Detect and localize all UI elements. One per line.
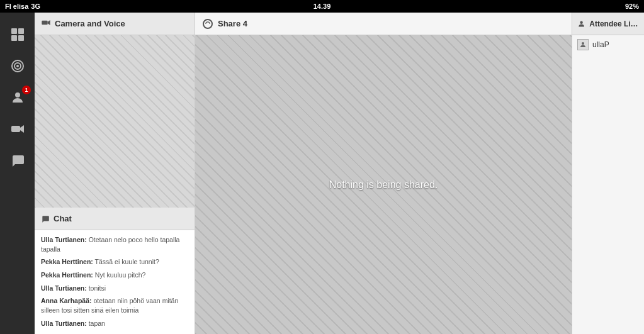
- share-content: Nothing is being shared.: [195, 35, 572, 334]
- grid-icon: [10, 27, 25, 42]
- chat-icon: [10, 153, 25, 168]
- nothing-shared-label: Nothing is being shared.: [329, 179, 438, 191]
- svg-point-10: [580, 21, 582, 23]
- app-container: 1 Camera: [0, 13, 644, 334]
- chat-panel: Chat Ulla Turtianen: Otetaan nelo poco h…: [35, 208, 195, 334]
- icon-sidebar: 1: [0, 13, 35, 334]
- chat-message: Anna Karhapää: otetaan niin pöhö vaan mi…: [41, 296, 188, 315]
- chat-message: Ulla Turtianen: tonitsi: [41, 284, 188, 293]
- svg-point-11: [582, 42, 584, 45]
- svg-point-6: [16, 65, 19, 67]
- camera-voice-header: Camera and Voice: [35, 13, 195, 35]
- attendee-header-icon: [577, 19, 585, 28]
- share-panel: Share 4 Nothing is being shared.: [195, 13, 572, 334]
- svg-rect-8: [11, 126, 20, 132]
- status-left: FI elisa 3G: [5, 3, 40, 10]
- attendee-title: Attendee List (: [589, 19, 639, 28]
- sidebar-item-target[interactable]: [0, 50, 35, 82]
- chat-message: Anna Karhapää: nyt ei tässä tule sinää: [41, 332, 188, 335]
- camera-voice-title: Camera and Voice: [55, 19, 125, 28]
- camera-svg: [41, 18, 51, 28]
- svg-rect-3: [18, 35, 24, 41]
- chat-message: Ulla Turtianen: Otetaan nelo poco hello …: [41, 235, 188, 253]
- message-sender: Anna Karhapää:: [41, 297, 92, 304]
- status-right: 92%: [625, 3, 639, 10]
- message-sender: Pekka Herttinen:: [41, 271, 93, 279]
- battery-label: 92%: [625, 3, 639, 10]
- message-text: Tässä ei kuule tunnit?: [95, 258, 159, 265]
- status-bar: FI elisa 3G 14.39 92%: [0, 0, 644, 13]
- svg-rect-1: [18, 28, 24, 34]
- chat-message: Ulla Turtianen: tapan: [41, 319, 188, 328]
- svg-rect-9: [42, 21, 47, 25]
- sidebar-item-video[interactable]: [0, 113, 35, 145]
- message-text: Nyt kuuluu pitch?: [95, 271, 146, 279]
- message-sender: Pekka Herttinen:: [41, 258, 93, 265]
- target-icon: [10, 58, 25, 74]
- chat-message: Pekka Herttinen: Tässä ei kuule tunnit?: [41, 257, 188, 267]
- svg-point-7: [15, 92, 20, 97]
- message-sender: Ulla Turtianen:: [41, 284, 87, 292]
- attendee-header: Attendee List (: [572, 13, 644, 35]
- chat-header-icon: [41, 214, 50, 223]
- share-icon: [203, 19, 213, 29]
- chat-title: Chat: [54, 214, 72, 223]
- status-time: 14.39: [314, 3, 331, 10]
- attendee-badge: 1: [22, 86, 31, 94]
- person-avatar-icon: [579, 41, 587, 48]
- chat-message: Pekka Herttinen: Nyt kuuluu pitch?: [41, 270, 188, 280]
- camera-voice-section: Camera and Voice: [35, 13, 195, 208]
- attendee-item[interactable]: ullaP: [572, 35, 644, 54]
- attendee-panel: Attendee List ( ullaP: [572, 13, 644, 334]
- sidebar-item-grid[interactable]: [0, 19, 35, 50]
- share-circle-svg: [205, 21, 210, 26]
- chat-messages[interactable]: Ulla Turtianen: Otetaan nelo poco hello …: [35, 230, 195, 334]
- svg-rect-0: [11, 28, 17, 34]
- share-title: Share 4: [218, 19, 247, 28]
- camera-voice-content: [35, 35, 195, 208]
- left-panel: Camera and Voice Chat Ulla Turtianen: Ot…: [35, 13, 195, 334]
- message-sender: Ulla Turtianen:: [41, 320, 87, 327]
- svg-rect-2: [11, 35, 17, 41]
- video-icon: [10, 121, 25, 136]
- chat-header: Chat: [35, 208, 195, 230]
- attendee-name: ullaP: [592, 40, 609, 49]
- attendee-items: ullaP: [572, 35, 644, 54]
- camera-icon: [41, 18, 51, 30]
- sidebar-item-chat[interactable]: [0, 145, 35, 176]
- sidebar-item-attendee[interactable]: 1: [0, 82, 35, 113]
- message-text: tapan: [89, 320, 105, 327]
- message-sender: Ulla Turtianen:: [41, 236, 87, 243]
- message-text: tonitsi: [89, 284, 106, 292]
- attendee-avatar: [577, 39, 589, 50]
- network-label: 3G: [31, 3, 40, 10]
- share-header: Share 4: [195, 13, 572, 35]
- carrier-label: FI elisa: [5, 3, 28, 10]
